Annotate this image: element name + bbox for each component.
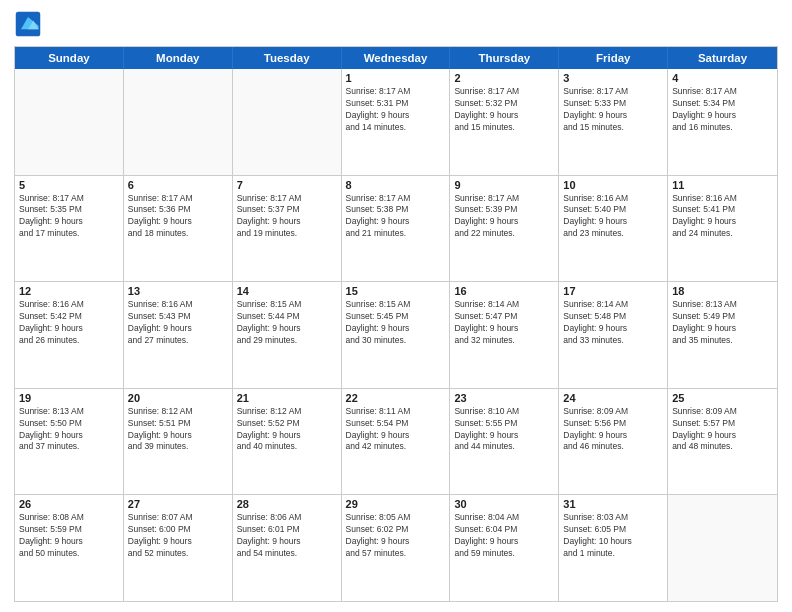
day-cell-11: 11Sunrise: 8:16 AMSunset: 5:41 PMDayligh… [668, 176, 777, 282]
day-header-thursday: Thursday [450, 47, 559, 69]
day-number: 7 [237, 179, 337, 191]
day-cell-4: 4Sunrise: 8:17 AMSunset: 5:34 PMDaylight… [668, 69, 777, 175]
day-header-tuesday: Tuesday [233, 47, 342, 69]
day-info: Sunrise: 8:17 AMSunset: 5:39 PMDaylight:… [454, 193, 554, 241]
day-number: 8 [346, 179, 446, 191]
day-number: 12 [19, 285, 119, 297]
day-info: Sunrise: 8:07 AMSunset: 6:00 PMDaylight:… [128, 512, 228, 560]
day-header-monday: Monday [124, 47, 233, 69]
day-number: 14 [237, 285, 337, 297]
day-info: Sunrise: 8:15 AMSunset: 5:44 PMDaylight:… [237, 299, 337, 347]
day-cell-17: 17Sunrise: 8:14 AMSunset: 5:48 PMDayligh… [559, 282, 668, 388]
day-info: Sunrise: 8:11 AMSunset: 5:54 PMDaylight:… [346, 406, 446, 454]
day-cell-13: 13Sunrise: 8:16 AMSunset: 5:43 PMDayligh… [124, 282, 233, 388]
day-info: Sunrise: 8:16 AMSunset: 5:40 PMDaylight:… [563, 193, 663, 241]
day-info: Sunrise: 8:09 AMSunset: 5:57 PMDaylight:… [672, 406, 773, 454]
day-cell-31: 31Sunrise: 8:03 AMSunset: 6:05 PMDayligh… [559, 495, 668, 601]
day-info: Sunrise: 8:17 AMSunset: 5:32 PMDaylight:… [454, 86, 554, 134]
day-info: Sunrise: 8:15 AMSunset: 5:45 PMDaylight:… [346, 299, 446, 347]
day-info: Sunrise: 8:12 AMSunset: 5:51 PMDaylight:… [128, 406, 228, 454]
day-cell-28: 28Sunrise: 8:06 AMSunset: 6:01 PMDayligh… [233, 495, 342, 601]
day-cell-26: 26Sunrise: 8:08 AMSunset: 5:59 PMDayligh… [15, 495, 124, 601]
empty-cell [124, 69, 233, 175]
day-number: 11 [672, 179, 773, 191]
day-number: 24 [563, 392, 663, 404]
day-info: Sunrise: 8:17 AMSunset: 5:31 PMDaylight:… [346, 86, 446, 134]
day-cell-8: 8Sunrise: 8:17 AMSunset: 5:38 PMDaylight… [342, 176, 451, 282]
day-cell-1: 1Sunrise: 8:17 AMSunset: 5:31 PMDaylight… [342, 69, 451, 175]
day-cell-30: 30Sunrise: 8:04 AMSunset: 6:04 PMDayligh… [450, 495, 559, 601]
day-info: Sunrise: 8:09 AMSunset: 5:56 PMDaylight:… [563, 406, 663, 454]
day-info: Sunrise: 8:13 AMSunset: 5:49 PMDaylight:… [672, 299, 773, 347]
day-info: Sunrise: 8:16 AMSunset: 5:42 PMDaylight:… [19, 299, 119, 347]
calendar-body: 1Sunrise: 8:17 AMSunset: 5:31 PMDaylight… [15, 69, 777, 601]
empty-cell [233, 69, 342, 175]
day-number: 22 [346, 392, 446, 404]
day-cell-25: 25Sunrise: 8:09 AMSunset: 5:57 PMDayligh… [668, 389, 777, 495]
day-cell-24: 24Sunrise: 8:09 AMSunset: 5:56 PMDayligh… [559, 389, 668, 495]
calendar-header: SundayMondayTuesdayWednesdayThursdayFrid… [15, 47, 777, 69]
day-cell-16: 16Sunrise: 8:14 AMSunset: 5:47 PMDayligh… [450, 282, 559, 388]
week-row-4: 19Sunrise: 8:13 AMSunset: 5:50 PMDayligh… [15, 389, 777, 496]
day-header-wednesday: Wednesday [342, 47, 451, 69]
day-cell-22: 22Sunrise: 8:11 AMSunset: 5:54 PMDayligh… [342, 389, 451, 495]
day-number: 21 [237, 392, 337, 404]
calendar: SundayMondayTuesdayWednesdayThursdayFrid… [14, 46, 778, 602]
logo-icon [14, 10, 42, 38]
day-info: Sunrise: 8:08 AMSunset: 5:59 PMDaylight:… [19, 512, 119, 560]
day-number: 3 [563, 72, 663, 84]
header [14, 10, 778, 38]
day-number: 10 [563, 179, 663, 191]
day-number: 15 [346, 285, 446, 297]
day-number: 20 [128, 392, 228, 404]
day-number: 16 [454, 285, 554, 297]
day-info: Sunrise: 8:10 AMSunset: 5:55 PMDaylight:… [454, 406, 554, 454]
day-number: 25 [672, 392, 773, 404]
day-header-friday: Friday [559, 47, 668, 69]
day-number: 1 [346, 72, 446, 84]
day-cell-10: 10Sunrise: 8:16 AMSunset: 5:40 PMDayligh… [559, 176, 668, 282]
day-number: 5 [19, 179, 119, 191]
empty-cell [668, 495, 777, 601]
day-cell-27: 27Sunrise: 8:07 AMSunset: 6:00 PMDayligh… [124, 495, 233, 601]
day-number: 13 [128, 285, 228, 297]
day-number: 9 [454, 179, 554, 191]
page: SundayMondayTuesdayWednesdayThursdayFrid… [0, 0, 792, 612]
day-info: Sunrise: 8:16 AMSunset: 5:41 PMDaylight:… [672, 193, 773, 241]
day-info: Sunrise: 8:14 AMSunset: 5:47 PMDaylight:… [454, 299, 554, 347]
day-info: Sunrise: 8:14 AMSunset: 5:48 PMDaylight:… [563, 299, 663, 347]
day-number: 30 [454, 498, 554, 510]
day-info: Sunrise: 8:12 AMSunset: 5:52 PMDaylight:… [237, 406, 337, 454]
day-number: 23 [454, 392, 554, 404]
week-row-3: 12Sunrise: 8:16 AMSunset: 5:42 PMDayligh… [15, 282, 777, 389]
day-cell-19: 19Sunrise: 8:13 AMSunset: 5:50 PMDayligh… [15, 389, 124, 495]
day-info: Sunrise: 8:17 AMSunset: 5:37 PMDaylight:… [237, 193, 337, 241]
logo [14, 10, 46, 38]
day-cell-6: 6Sunrise: 8:17 AMSunset: 5:36 PMDaylight… [124, 176, 233, 282]
day-cell-15: 15Sunrise: 8:15 AMSunset: 5:45 PMDayligh… [342, 282, 451, 388]
day-info: Sunrise: 8:17 AMSunset: 5:36 PMDaylight:… [128, 193, 228, 241]
day-info: Sunrise: 8:06 AMSunset: 6:01 PMDaylight:… [237, 512, 337, 560]
week-row-1: 1Sunrise: 8:17 AMSunset: 5:31 PMDaylight… [15, 69, 777, 176]
day-info: Sunrise: 8:17 AMSunset: 5:34 PMDaylight:… [672, 86, 773, 134]
day-cell-20: 20Sunrise: 8:12 AMSunset: 5:51 PMDayligh… [124, 389, 233, 495]
day-number: 26 [19, 498, 119, 510]
day-cell-18: 18Sunrise: 8:13 AMSunset: 5:49 PMDayligh… [668, 282, 777, 388]
day-number: 4 [672, 72, 773, 84]
day-header-sunday: Sunday [15, 47, 124, 69]
day-info: Sunrise: 8:13 AMSunset: 5:50 PMDaylight:… [19, 406, 119, 454]
day-info: Sunrise: 8:17 AMSunset: 5:35 PMDaylight:… [19, 193, 119, 241]
day-info: Sunrise: 8:17 AMSunset: 5:38 PMDaylight:… [346, 193, 446, 241]
day-number: 27 [128, 498, 228, 510]
day-number: 6 [128, 179, 228, 191]
day-cell-14: 14Sunrise: 8:15 AMSunset: 5:44 PMDayligh… [233, 282, 342, 388]
day-info: Sunrise: 8:16 AMSunset: 5:43 PMDaylight:… [128, 299, 228, 347]
day-number: 19 [19, 392, 119, 404]
day-cell-2: 2Sunrise: 8:17 AMSunset: 5:32 PMDaylight… [450, 69, 559, 175]
day-cell-9: 9Sunrise: 8:17 AMSunset: 5:39 PMDaylight… [450, 176, 559, 282]
day-cell-21: 21Sunrise: 8:12 AMSunset: 5:52 PMDayligh… [233, 389, 342, 495]
day-cell-29: 29Sunrise: 8:05 AMSunset: 6:02 PMDayligh… [342, 495, 451, 601]
day-number: 31 [563, 498, 663, 510]
day-number: 29 [346, 498, 446, 510]
week-row-2: 5Sunrise: 8:17 AMSunset: 5:35 PMDaylight… [15, 176, 777, 283]
